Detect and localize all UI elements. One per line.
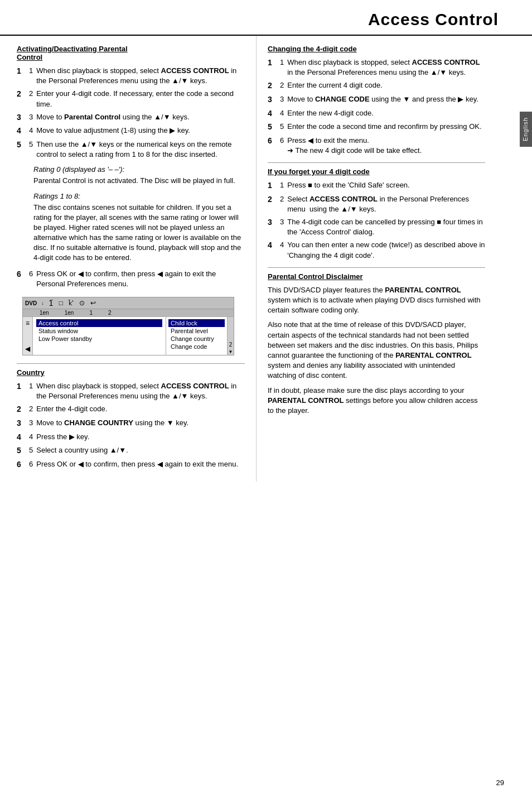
cc-step-6: 6 Press ◀ to exit the menu. ➜ The new 4 …: [268, 136, 485, 156]
step-1-3: 3 Move to Parental Control using the ▲/▼…: [17, 112, 245, 123]
step-num: 2: [29, 89, 33, 109]
country-step-2: 2 Enter the 4-digit code.: [17, 404, 245, 415]
step6-list: 6 Press OK or ◀ to confirm, then press ◀…: [17, 269, 245, 289]
side-tab: English: [520, 112, 532, 147]
ratings18-body: The disc contains scenes not suitable fo…: [33, 203, 245, 263]
ui-icon-5: ↩: [90, 299, 96, 307]
step-num: 4: [29, 126, 33, 137]
country-steps: 1 When disc playback is stopped, select …: [17, 381, 245, 470]
menu-item-parental[interactable]: Parental level: [168, 327, 225, 335]
menu-item-access[interactable]: Access control: [36, 319, 162, 327]
right-column: Changing the 4-digit code 1 When disc pl…: [257, 36, 513, 482]
section1-steps: 1 When disc playback is stopped, select …: [17, 66, 245, 160]
change-code-heading: Changing the 4-digit code: [268, 45, 485, 53]
ui-menu-icon: ≡: [26, 319, 30, 327]
step-num: 6: [29, 459, 33, 470]
content-area: Activating/Deactivating ParentalControl …: [0, 36, 532, 482]
bold-access-control: ACCESS CONTROL: [161, 66, 229, 75]
dvd-icon: DVD: [25, 300, 37, 306]
section-rule-country: [17, 363, 245, 364]
tab-3: 1: [89, 310, 93, 316]
section-country: Country 1 When disc playback is stopped,…: [17, 368, 245, 470]
step-num: 3: [29, 112, 33, 123]
forget-code-heading: If you forget your 4 digit code: [268, 167, 485, 176]
left-column: Activating/Deactivating ParentalControl …: [0, 36, 257, 482]
tab-1: 1en: [40, 310, 49, 316]
ui-top-bar: DVD ↓ 1̈ □ k̈ʿ ⊙ ↩: [23, 297, 234, 309]
step-1-2: 2 Enter your 4-digit code. If necessary,…: [17, 89, 245, 109]
menu-item-status[interactable]: Status window: [36, 327, 162, 335]
section-forget-code: If you forget your 4 digit code 1 Press …: [268, 167, 485, 261]
page-title-bar: Access Control: [0, 0, 532, 36]
ui-screenshot: DVD ↓ 1̈ □ k̈ʿ ⊙ ↩: [22, 297, 234, 355]
fc-step-1: 1 Press ■ to exit the 'Child Safe' scree…: [268, 180, 485, 191]
step-num: 3: [280, 217, 284, 237]
step-num: 5: [29, 445, 33, 456]
ui-down-arrow: ↓: [41, 300, 44, 306]
fc-step-3: 3 The 4-digit code can be cancelled by p…: [268, 217, 485, 237]
cc-step-3: 3 Move to CHANGE CODE using the ▼ and pr…: [268, 94, 485, 105]
step-num: 2: [280, 80, 284, 92]
disclaimer-heading: Parental Control Disclaimer: [268, 272, 485, 281]
cc-step-4: 4 Enter the new 4-digit code.: [268, 108, 485, 119]
fc-step-2: 2 Select ACCESS CONTROL in the Personal …: [268, 194, 485, 214]
page-number: 29: [496, 778, 504, 787]
change-code-steps: 1 When disc playback is stopped, select …: [268, 57, 485, 156]
ui-body: ≡ ◀ Access control Status window Low Pow…: [23, 317, 234, 355]
step-num: 2: [280, 194, 284, 214]
country-step-3: 3 Move to CHANGE COUNTRY using the ▼ key…: [17, 418, 245, 429]
page-title: Access Control: [0, 10, 499, 29]
disclaimer-body-2: Also note that at the time of release of…: [268, 320, 485, 381]
cc-step-5: 5 Enter the code a second time and recon…: [268, 122, 485, 133]
country-heading: Country: [17, 368, 245, 377]
step-num: 1: [29, 381, 33, 401]
country-step-1: 1 When disc playback is stopped, select …: [17, 381, 245, 401]
scroll-num: 2: [228, 340, 234, 349]
rating0-heading: Rating 0 (displayed as '– –'):: [33, 165, 245, 174]
code-note: ➜ The new 4 digit code will be take effe…: [287, 146, 422, 155]
step-num: 4: [280, 108, 284, 119]
step-num: 6: [29, 269, 33, 289]
country-step-4: 4 Press the ▶ key.: [17, 432, 245, 443]
rating0-body: Parental Control is not activated. The D…: [33, 176, 245, 186]
country-step-5: 5 Select a country using ▲/▼.: [17, 445, 245, 456]
ui-tab-row: 1en 1en 1 2: [23, 309, 234, 317]
tab-2: 1en: [65, 310, 74, 316]
ui-icon-2: □: [59, 299, 63, 307]
section-rule-forget: [268, 162, 485, 163]
ui-icon-group: 1̈ □ k̈ʿ ⊙ ↩: [49, 299, 96, 307]
menu-item-childlock[interactable]: Child lock: [168, 319, 225, 327]
step-1-1: 1 When disc playback is stopped, select …: [17, 66, 245, 86]
ui-left-icons: ≡ ◀: [23, 317, 33, 355]
cc-step-2: 2 Enter the current 4 digit code.: [268, 80, 485, 92]
menu-item-country[interactable]: Change country: [168, 335, 225, 343]
step-1-4: 4 Move to value adjustment (1-8) using t…: [17, 126, 245, 137]
scroll-down-arrow[interactable]: ▼: [228, 349, 234, 355]
section-change-code: Changing the 4-digit code 1 When disc pl…: [268, 45, 485, 156]
section1-heading: Activating/Deactivating ParentalControl: [17, 45, 245, 61]
step-num: 1: [280, 57, 284, 78]
step-num: 3: [280, 94, 284, 105]
forget-code-steps: 1 Press ■ to exit the 'Child Safe' scree…: [268, 180, 485, 261]
ratings18-heading: Ratings 1 to 8:: [33, 192, 245, 200]
disclaimer-body-1: This DVD/SACD player features the PARENT…: [268, 285, 485, 316]
step-num: 2: [29, 404, 33, 415]
cc-step-1: 1 When disc playback is stopped, select …: [268, 57, 485, 78]
ui-icon-4: ⊙: [79, 299, 85, 307]
ui-icon-3: k̈ʿ: [69, 300, 74, 307]
disclaimer-body-3: If in doubt, please make sure the disc p…: [268, 386, 485, 416]
step-num: 4: [280, 240, 284, 260]
step-num: 5: [280, 122, 284, 133]
menu-item-power[interactable]: Low Power standby: [36, 335, 162, 343]
ui-scrollbar: 2 ▼: [227, 317, 234, 355]
step-num: 3: [29, 418, 33, 429]
menu-item-code[interactable]: Change code: [168, 343, 225, 350]
ui-left-arrow-icon: ◀: [25, 345, 30, 353]
step-num: 5: [29, 140, 33, 160]
section-activate-parental: Activating/Deactivating ParentalControl …: [17, 45, 245, 289]
step-1-6: 6 Press OK or ◀ to confirm, then press ◀…: [17, 269, 245, 289]
step-num: 6: [280, 136, 284, 156]
ui-right-menu: Child lock Parental level Change country…: [166, 317, 227, 355]
ui-icon-1: 1̈: [49, 299, 54, 307]
country-step-6: 6 Press OK or ◀ to confirm, then press ◀…: [17, 459, 245, 470]
